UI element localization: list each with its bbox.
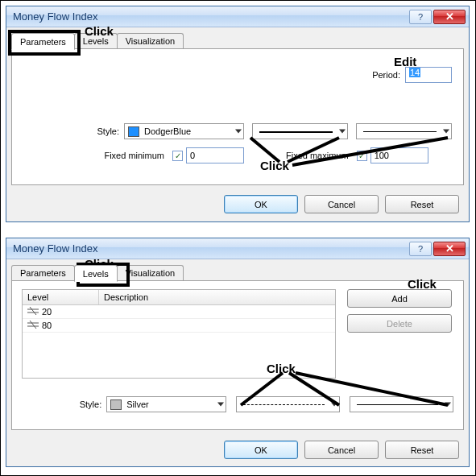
color-combo[interactable]: DodgerBlue — [124, 123, 244, 139]
cell-level: 80 — [42, 321, 52, 330]
line-sample-thin — [357, 404, 438, 405]
line-sample-thin — [363, 131, 437, 132]
chevron-down-icon — [235, 130, 242, 134]
levels-table[interactable]: Level Description 20 — [22, 289, 336, 379]
line-width-combo[interactable] — [350, 396, 453, 412]
cell-level: 20 — [42, 307, 52, 317]
delete-button[interactable]: Delete — [347, 314, 452, 333]
window-title: Money Flow Index — [13, 10, 408, 23]
tab-parameters[interactable]: Parameters — [11, 265, 75, 281]
tab-label: Visualization — [126, 36, 176, 46]
help-button[interactable]: ? — [409, 242, 432, 256]
chevron-down-icon — [445, 403, 451, 407]
style-label: Style: — [22, 399, 101, 409]
fixed-max-input[interactable] — [370, 147, 428, 163]
tab-label: Parameters — [20, 268, 66, 278]
btn-label: Reset — [411, 445, 434, 455]
tabpage-levels: Level Description 20 — [11, 280, 464, 430]
cancel-button[interactable]: Cancel — [304, 195, 379, 213]
chevron-down-icon — [443, 130, 449, 134]
tab-label: Visualization — [126, 268, 176, 278]
titlebar[interactable]: Money Flow Index ? ✕ — [6, 6, 469, 27]
period-value: 14 — [409, 68, 420, 77]
btn-label: OK — [255, 445, 267, 455]
level-icon — [27, 321, 39, 330]
col-level: Level — [23, 290, 99, 304]
table-header: Level Description — [23, 290, 335, 305]
period-label: Period: — [372, 70, 400, 80]
reset-button[interactable]: Reset — [385, 441, 459, 459]
cell-description — [99, 305, 335, 318]
ok-button[interactable]: OK — [224, 195, 298, 213]
tab-visualization[interactable]: Visualization — [117, 33, 184, 49]
tab-parameters[interactable]: Parameters — [11, 33, 75, 50]
fixed-min-input[interactable] — [186, 147, 244, 163]
tab-visualization[interactable]: Visualization — [117, 265, 184, 281]
fixed-max-label: Fixed maximum — [286, 151, 349, 160]
dialog-mfi-parameters: Money Flow Index ? ✕ Parameters Levels V… — [6, 6, 470, 222]
line-style-combo[interactable] — [236, 396, 340, 412]
color-combo[interactable]: Silver — [106, 396, 226, 412]
line-width-combo[interactable] — [356, 123, 452, 139]
tab-levels[interactable]: Levels — [74, 33, 118, 49]
help-button[interactable]: ? — [409, 10, 432, 24]
cell-description — [99, 319, 335, 332]
button-row: OK Cancel Reset — [6, 433, 469, 467]
col-description: Description — [99, 290, 335, 304]
btn-label: Add — [391, 294, 408, 304]
fixed-min-checkbox[interactable]: ✓ — [172, 151, 183, 161]
svg-line-8 — [30, 321, 36, 329]
line-sample-solid — [259, 131, 333, 133]
btn-label: OK — [255, 200, 267, 209]
table-row[interactable]: 80 — [23, 319, 335, 333]
fixed-min-label: Fixed minimum — [23, 151, 164, 160]
svg-line-5 — [30, 307, 36, 315]
level-icon — [27, 307, 39, 317]
cancel-button[interactable]: Cancel — [304, 441, 379, 459]
chevron-down-icon — [217, 403, 224, 407]
close-button[interactable]: ✕ — [433, 10, 466, 24]
btn-label: Cancel — [328, 445, 355, 455]
color-swatch — [128, 126, 139, 137]
color-name: Silver — [126, 399, 149, 409]
window-title: Money Flow Index — [13, 242, 408, 255]
tab-label: Levels — [83, 269, 109, 279]
table-row[interactable]: 20 — [23, 305, 335, 319]
color-name: DodgerBlue — [144, 126, 191, 136]
tab-label: Levels — [83, 36, 109, 46]
close-button[interactable]: ✕ — [433, 242, 466, 256]
period-input[interactable]: 14 — [405, 67, 452, 83]
chevron-down-icon — [339, 130, 346, 134]
tabstrip: Parameters Levels Visualization — [11, 265, 464, 281]
add-button[interactable]: Add — [347, 289, 452, 308]
reset-button[interactable]: Reset — [385, 195, 459, 213]
dialog-mfi-levels: Money Flow Index ? ✕ Parameters Levels V… — [6, 238, 470, 467]
chevron-down-icon — [331, 403, 337, 407]
style-label: Style: — [23, 126, 119, 136]
titlebar[interactable]: Money Flow Index ? ✕ — [6, 238, 469, 259]
tab-label: Parameters — [20, 37, 66, 47]
tabpage-parameters: Period: 14 Style: DodgerBlue — [11, 48, 464, 185]
ok-button[interactable]: OK — [224, 441, 298, 459]
line-sample-dashed — [243, 404, 325, 405]
tab-levels[interactable]: Levels — [74, 265, 118, 282]
btn-label: Cancel — [328, 200, 355, 209]
tabstrip: Parameters Levels Visualization — [11, 33, 464, 49]
line-style-combo[interactable] — [252, 123, 348, 139]
button-row: OK Cancel Reset — [6, 187, 469, 221]
color-swatch — [110, 399, 122, 410]
btn-label: Reset — [411, 200, 434, 209]
fixed-max-checkbox[interactable]: ✓ — [357, 151, 367, 161]
btn-label: Delete — [387, 319, 412, 329]
